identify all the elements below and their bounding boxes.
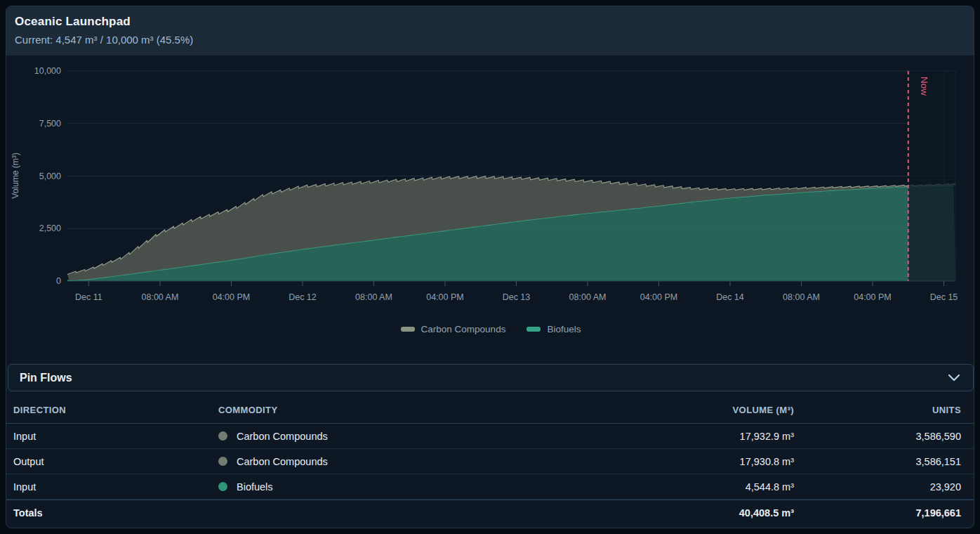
x-tick-label: 08:00 AM	[569, 292, 607, 302]
y-tick-label: 5,000	[39, 171, 61, 181]
chart-canvas: 02,5005,0007,50010,000Dec 1108:00 AM04:0…	[6, 56, 974, 317]
volume-chart: Volume (m³) 02,5005,0007,50010,000Dec 11…	[6, 56, 974, 363]
legend-swatch-icon	[401, 327, 415, 332]
units-cell: 23,920	[794, 481, 961, 493]
table-header-row: DIRECTION COMMODITY VOLUME (M³) UNITS	[6, 397, 974, 424]
projection-dim-overlay	[908, 71, 955, 281]
commodity-label: Carbon Compounds	[237, 456, 328, 467]
column-header-commodity: COMMODITY	[218, 405, 654, 415]
totals-volume: 40,408.5 m³	[654, 507, 794, 519]
flows-table: DIRECTION COMMODITY VOLUME (M³) UNITS In…	[6, 397, 974, 525]
y-axis-title: Volume (m³)	[11, 130, 20, 221]
x-tick-label: Dec 11	[75, 292, 102, 302]
y-tick-label: 2,500	[39, 223, 61, 233]
x-tick-label: 04:00 PM	[213, 292, 251, 302]
volume-cell: 4,544.8 m³	[654, 481, 794, 493]
x-tick-label: Dec 13	[503, 292, 531, 302]
x-tick-label: 08:00 AM	[355, 292, 392, 302]
x-tick-label: Dec 14	[716, 292, 744, 302]
x-tick-label: 08:00 AM	[142, 292, 179, 302]
x-tick-label: Dec 12	[289, 292, 317, 302]
units-cell: 3,586,590	[794, 431, 961, 442]
column-header-units: UNITS	[794, 405, 961, 415]
page-title: Oceanic Launchpad	[15, 15, 965, 29]
pin-flows-header[interactable]: Pin Flows	[8, 364, 974, 391]
column-header-direction: DIRECTION	[13, 405, 218, 415]
volume-cell: 17,930.8 m³	[654, 456, 794, 467]
direction-cell: Input	[13, 431, 218, 442]
totals-row: Totals 40,408.5 m³ 7,196,661	[6, 500, 974, 525]
pin-flows-label: Pin Flows	[20, 372, 72, 384]
chart-legend: Carbon CompoundsBiofuels	[6, 324, 974, 334]
y-tick-label: 10,000	[34, 66, 61, 76]
y-tick-label: 0	[56, 276, 61, 286]
direction-cell: Input	[13, 481, 218, 493]
table-body: Input Carbon Compounds 17,932.9 m³ 3,586…	[6, 424, 974, 500]
units-cell: 3,586,151	[794, 456, 961, 467]
x-tick-label: 04:00 PM	[854, 292, 892, 302]
legend-item-label: Biofuels	[547, 324, 581, 334]
y-tick-label: 7,500	[39, 119, 61, 129]
commodity-label: Biofuels	[237, 481, 273, 493]
x-tick-label: 04:00 PM	[640, 292, 678, 302]
column-header-volume: VOLUME (M³)	[654, 405, 794, 415]
table-row: Input Biofuels 4,544.8 m³ 23,920	[6, 474, 974, 500]
volume-cell: 17,932.9 m³	[654, 431, 794, 442]
commodity-dot-icon	[218, 482, 227, 491]
totals-label: Totals	[13, 507, 218, 519]
direction-cell: Output	[13, 456, 218, 467]
chevron-down-icon[interactable]	[948, 374, 960, 382]
now-label: Now	[919, 77, 929, 96]
legend-item-biofuels[interactable]: Biofuels	[527, 324, 581, 334]
legend-swatch-icon	[527, 327, 541, 332]
x-tick-label: 04:00 PM	[426, 292, 464, 302]
commodity-dot-icon	[218, 457, 227, 466]
commodity-dot-icon	[218, 431, 227, 441]
legend-item-label: Carbon Compounds	[421, 324, 506, 334]
x-tick-label: Dec 15	[930, 292, 958, 302]
current-volume-status: Current: 4,547 m³ / 10,000 m³ (45.5%)	[15, 34, 965, 46]
table-row: Input Carbon Compounds 17,932.9 m³ 3,586…	[6, 424, 974, 449]
table-row: Output Carbon Compounds 17,930.8 m³ 3,58…	[6, 449, 974, 474]
app-card: Oceanic Launchpad Current: 4,547 m³ / 10…	[6, 6, 974, 528]
commodity-label: Carbon Compounds	[237, 431, 328, 442]
header-section: Oceanic Launchpad Current: 4,547 m³ / 10…	[6, 6, 974, 56]
totals-units: 7,196,661	[794, 507, 961, 519]
legend-item-carbon-compounds[interactable]: Carbon Compounds	[401, 324, 506, 334]
x-tick-label: 08:00 AM	[783, 292, 820, 302]
